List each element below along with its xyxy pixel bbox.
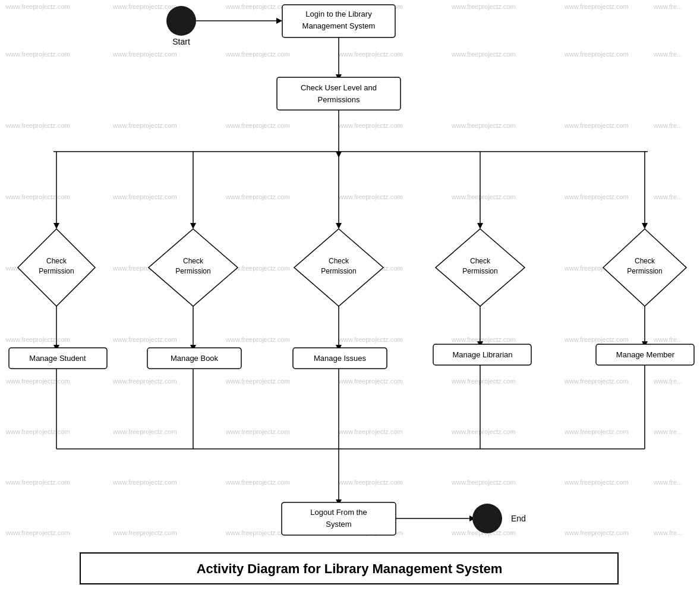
svg-text:Manage Student: Manage Student (29, 354, 86, 363)
svg-text:www.freeprojectz.com: www.freeprojectz.com (564, 479, 629, 486)
svg-text:www.freeprojectz.com: www.freeprojectz.com (338, 428, 403, 435)
svg-text:www.freeprojectz.com: www.freeprojectz.com (564, 193, 629, 200)
svg-text:Manage Member: Manage Member (616, 350, 675, 359)
svg-text:www.freeprojectz.com: www.freeprojectz.com (338, 193, 403, 200)
svg-text:www.freeprojectz.com: www.freeprojectz.com (564, 529, 629, 536)
svg-text:Logout From the: Logout From the (310, 508, 367, 517)
svg-text:www.freeprojectz.com: www.freeprojectz.com (564, 428, 629, 435)
svg-text:www.fre...: www.fre... (653, 479, 682, 486)
svg-text:www.freeprojectz.com: www.freeprojectz.com (451, 3, 516, 10)
svg-text:Manage Librarian: Manage Librarian (452, 350, 512, 359)
svg-text:www.freeprojectz.com: www.freeprojectz.com (225, 378, 290, 385)
svg-text:www.freeprojectz.com: www.freeprojectz.com (338, 51, 403, 58)
svg-text:www.freeprojectz.com: www.freeprojectz.com (225, 122, 290, 129)
svg-text:www.freeprojectz.com: www.freeprojectz.com (225, 529, 290, 536)
svg-text:www.freeprojectz.com: www.freeprojectz.com (451, 479, 516, 486)
svg-text:Check: Check (470, 257, 491, 265)
svg-text:www.freeprojectz.com: www.freeprojectz.com (5, 122, 70, 129)
svg-text:www.freeprojectz.com: www.freeprojectz.com (112, 378, 177, 385)
svg-text:www.freeprojectz.com: www.freeprojectz.com (451, 122, 516, 129)
svg-text:www.freeprojectz.com: www.freeprojectz.com (564, 122, 629, 129)
svg-text:www.fre...: www.fre... (653, 428, 682, 435)
svg-text:www.freeprojectz.com: www.freeprojectz.com (5, 479, 70, 486)
svg-text:www.freeprojectz.com: www.freeprojectz.com (5, 378, 70, 385)
svg-text:www.freeprojectz.com: www.freeprojectz.com (112, 428, 177, 435)
svg-text:www.fre...: www.fre... (653, 336, 682, 343)
svg-text:www.freeprojectz.com: www.freeprojectz.com (112, 3, 177, 10)
svg-text:www.freeprojectz.com: www.freeprojectz.com (451, 336, 516, 343)
svg-text:www.freeprojectz.com: www.freeprojectz.com (338, 122, 403, 129)
svg-text:www.freeprojectz.com: www.freeprojectz.com (225, 3, 290, 10)
svg-text:www.freeprojectz.com: www.freeprojectz.com (5, 51, 70, 58)
svg-text:System: System (326, 520, 351, 529)
svg-text:www.fre...: www.fre... (653, 3, 682, 10)
svg-text:www.freeprojectz.com: www.freeprojectz.com (451, 428, 516, 435)
svg-text:www.freeprojectz.com: www.freeprojectz.com (112, 51, 177, 58)
svg-text:www.freeprojectz.com: www.freeprojectz.com (225, 336, 290, 343)
check-user-level-node (277, 77, 401, 110)
svg-text:Check: Check (183, 257, 204, 265)
svg-text:www.freeprojectz.com: www.freeprojectz.com (338, 378, 403, 385)
svg-text:Permissions: Permissions (318, 95, 360, 104)
svg-text:Manage Book: Manage Book (171, 354, 219, 363)
svg-text:Check: Check (46, 257, 67, 265)
svg-text:www.fre...: www.fre... (653, 51, 682, 58)
diagram-title: Activity Diagram for Library Management … (197, 561, 503, 576)
svg-text:Check: Check (329, 257, 349, 265)
svg-text:www.freeprojectz.com: www.freeprojectz.com (225, 428, 290, 435)
diagram-container: www.freeprojectz.com www.freeprojectz.co… (0, 0, 700, 591)
svg-text:www.freeprojectz.com: www.freeprojectz.com (225, 51, 290, 58)
end-label: End (511, 514, 526, 523)
svg-text:www.freeprojectz.com: www.freeprojectz.com (5, 193, 70, 200)
start-node (166, 6, 196, 36)
svg-text:www.fre...: www.fre... (653, 193, 682, 200)
svg-text:www.freeprojectz.com: www.freeprojectz.com (564, 51, 629, 58)
svg-text:Permission: Permission (627, 267, 662, 275)
svg-text:www.freeprojectz.com: www.freeprojectz.com (5, 3, 70, 10)
svg-text:www.freeprojectz.com: www.freeprojectz.com (564, 336, 629, 343)
svg-text:Manage Issues: Manage Issues (314, 354, 367, 363)
svg-text:www.freeprojectz.com: www.freeprojectz.com (5, 428, 70, 435)
svg-text:www.freeprojectz.com: www.freeprojectz.com (112, 336, 177, 343)
svg-text:www.freeprojectz.com: www.freeprojectz.com (5, 529, 70, 536)
svg-text:www.fre...: www.fre... (653, 529, 682, 536)
svg-text:www.fre...: www.fre... (653, 378, 682, 385)
svg-text:www.freeprojectz.com: www.freeprojectz.com (451, 378, 516, 385)
svg-text:Login to the Library: Login to the Library (305, 10, 372, 18)
svg-text:Permission: Permission (39, 267, 74, 275)
svg-text:www.freeprojectz.com: www.freeprojectz.com (112, 529, 177, 536)
svg-text:www.freeprojectz.com: www.freeprojectz.com (112, 479, 177, 486)
svg-text:www.fre...: www.fre... (653, 122, 682, 129)
svg-text:www.freeprojectz.com: www.freeprojectz.com (451, 193, 516, 200)
svg-text:www.freeprojectz.com: www.freeprojectz.com (225, 193, 290, 200)
svg-text:www.freeprojectz.com: www.freeprojectz.com (112, 193, 177, 200)
svg-text:www.freeprojectz.com: www.freeprojectz.com (564, 378, 629, 385)
start-label: Start (172, 37, 190, 46)
svg-text:Permission: Permission (321, 267, 356, 275)
svg-text:Permission: Permission (462, 267, 497, 275)
svg-text:www.freeprojectz.com: www.freeprojectz.com (338, 479, 403, 486)
end-node (472, 504, 502, 533)
svg-text:Check: Check (635, 257, 655, 265)
svg-text:www.freeprojectz.com: www.freeprojectz.com (564, 3, 629, 10)
svg-text:Check User Level and: Check User Level and (301, 83, 377, 92)
svg-text:www.freeprojectz.com: www.freeprojectz.com (338, 336, 403, 343)
svg-text:www.freeprojectz.com: www.freeprojectz.com (451, 51, 516, 58)
svg-text:www.freeprojectz.com: www.freeprojectz.com (5, 336, 70, 343)
svg-text:Management System: Management System (302, 21, 376, 30)
svg-text:www.freeprojectz.com: www.freeprojectz.com (112, 122, 177, 129)
svg-text:www.freeprojectz.com: www.freeprojectz.com (225, 479, 290, 486)
svg-text:Permission: Permission (175, 267, 210, 275)
